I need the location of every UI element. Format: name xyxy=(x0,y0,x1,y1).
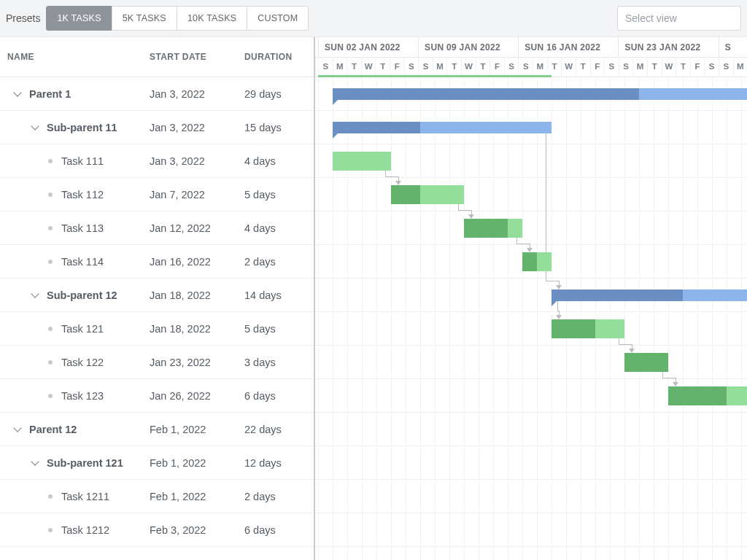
table-row[interactable]: Task 114Jan 16, 20222 days xyxy=(0,245,314,279)
task-duration: 6 days xyxy=(244,390,314,402)
task-duration: 4 days xyxy=(244,222,314,234)
chevron-down-icon[interactable] xyxy=(31,290,41,300)
task-duration: 5 days xyxy=(244,323,314,335)
task-bar[interactable] xyxy=(333,152,391,171)
chevron-down-icon[interactable] xyxy=(13,424,23,435)
task-name: Parent 12 xyxy=(29,424,77,435)
grid-header: NAME START DATE DURATION xyxy=(0,37,314,77)
task-start-date: Jan 18, 2022 xyxy=(150,323,244,335)
task-bar-progress xyxy=(391,185,420,204)
summary-bar-progress xyxy=(551,289,683,301)
col-start-header[interactable]: START DATE xyxy=(150,52,244,62)
task-start-date: Jan 16, 2022 xyxy=(150,256,244,268)
task-start-date: Jan 12, 2022 xyxy=(150,222,244,234)
timeline-day-header: F xyxy=(390,58,404,77)
timeline-day-header: T xyxy=(476,58,490,77)
timeline-week-header[interactable]: SUN 02 JAN 2022 xyxy=(318,37,418,57)
bullet-icon xyxy=(48,159,53,163)
timeline-day-header: M xyxy=(632,58,647,77)
task-duration: 4 days xyxy=(244,155,314,167)
timeline-day-header: F xyxy=(590,58,605,77)
timeline-day-header: F xyxy=(690,58,705,77)
task-name: Parent 1 xyxy=(29,88,71,100)
task-bar-progress xyxy=(551,319,595,338)
task-name: Task 121 xyxy=(61,323,104,335)
task-name: Task 1211 xyxy=(61,491,109,502)
task-name: Task 114 xyxy=(61,256,104,268)
task-name: Task 1212 xyxy=(61,524,109,536)
task-start-date: Feb 1, 2022 xyxy=(150,457,244,469)
task-name: Task 112 xyxy=(61,189,104,201)
bullet-icon xyxy=(48,360,53,365)
table-row[interactable]: Parent 1Jan 3, 202229 days xyxy=(0,77,314,111)
table-row[interactable]: Task 111Jan 3, 20224 days xyxy=(0,144,314,178)
task-start-date: Jan 3, 2022 xyxy=(150,155,244,167)
chevron-down-icon[interactable] xyxy=(31,458,41,468)
timeline-week-header[interactable]: S xyxy=(719,37,747,57)
timeline-body xyxy=(315,77,747,560)
col-name-header[interactable]: NAME xyxy=(0,52,150,62)
timeline-day-header: S xyxy=(504,58,519,77)
select-view-placeholder: Select view xyxy=(625,12,677,24)
col-dur-header[interactable]: DURATION xyxy=(244,52,314,62)
task-duration: 29 days xyxy=(244,88,314,100)
timeline-week-header[interactable]: SUN 16 JAN 2022 xyxy=(518,37,618,57)
timeline-day-header: T xyxy=(375,58,390,77)
timeline-day-header: S xyxy=(518,58,533,77)
summary-bar-progress xyxy=(333,88,639,100)
table-row[interactable]: Task 121Jan 18, 20225 days xyxy=(0,312,314,346)
task-duration: 14 days xyxy=(244,289,314,301)
table-row[interactable]: Task 123Jan 26, 20226 days xyxy=(0,379,314,413)
table-row[interactable]: Parent 12Feb 1, 202222 days xyxy=(0,413,314,446)
table-row[interactable]: Sub-parent 11Jan 3, 202215 days xyxy=(0,111,314,144)
task-duration: 5 days xyxy=(244,189,314,201)
task-duration: 6 days xyxy=(244,524,314,536)
timeline-day-header: T xyxy=(647,58,662,77)
timeline-day-header: M xyxy=(333,58,347,77)
table-row[interactable]: Task 113Jan 12, 20224 days xyxy=(0,211,314,245)
table-row[interactable]: Task 1212Feb 3, 20226 days xyxy=(0,513,314,547)
timeline-day-header: W xyxy=(561,58,576,77)
preset-1k-button[interactable]: 1K TASKS xyxy=(46,6,112,31)
select-view-dropdown[interactable]: Select view xyxy=(617,6,741,31)
task-bar-progress xyxy=(464,219,508,238)
table-row[interactable]: Task 122Jan 23, 20223 days xyxy=(0,346,314,379)
bullet-icon xyxy=(48,494,53,499)
timeline-day-header: S xyxy=(604,58,619,77)
task-start-date: Feb 1, 2022 xyxy=(150,424,244,435)
timeline-day-header: T xyxy=(547,58,562,77)
bullet-icon xyxy=(48,394,53,398)
task-name: Sub-parent 12 xyxy=(47,289,117,301)
task-start-date: Feb 1, 2022 xyxy=(150,491,244,502)
presets-label: Presets xyxy=(6,12,40,24)
grid-body: Parent 1Jan 3, 202229 daysSub-parent 11J… xyxy=(0,77,314,560)
task-start-date: Jan 18, 2022 xyxy=(150,289,244,301)
table-row[interactable]: Task 112Jan 7, 20225 days xyxy=(0,178,314,211)
task-grid: NAME START DATE DURATION Parent 1Jan 3, … xyxy=(0,37,315,560)
timeline-day-header: S xyxy=(704,58,719,77)
preset-5k-button[interactable]: 5K TASKS xyxy=(112,6,177,31)
toolbar: Presets 1K TASKS 5K TASKS 10K TASKS CUST… xyxy=(0,0,747,37)
chevron-down-icon[interactable] xyxy=(13,89,23,99)
bullet-icon xyxy=(48,327,53,331)
task-duration: 15 days xyxy=(244,122,314,133)
timeline-day-header: W xyxy=(461,58,476,77)
timeline-day-header: M xyxy=(433,58,447,77)
table-row[interactable]: Sub-parent 12Jan 18, 202214 days xyxy=(0,279,314,312)
preset-10k-button[interactable]: 10K TASKS xyxy=(177,6,247,31)
timeline-day-header: M xyxy=(533,58,547,77)
timeline-pane[interactable]: SUN 02 JAN 2022SUN 09 JAN 2022SUN 16 JAN… xyxy=(315,37,747,560)
task-name: Sub-parent 11 xyxy=(47,122,117,133)
timeline-day-header: T xyxy=(446,58,461,77)
task-bar-progress xyxy=(522,252,537,271)
task-duration: 22 days xyxy=(244,424,314,435)
chevron-down-icon[interactable] xyxy=(31,122,41,133)
timeline-week-header[interactable]: SUN 09 JAN 2022 xyxy=(418,37,518,57)
bullet-icon xyxy=(48,260,53,264)
bullet-icon xyxy=(48,192,53,197)
timeline-week-header[interactable]: SUN 23 JAN 2022 xyxy=(618,37,718,57)
table-row[interactable]: Task 1211Feb 1, 20222 days xyxy=(0,480,314,513)
preset-custom-button[interactable]: CUSTOM xyxy=(247,6,309,31)
table-row[interactable]: Sub-parent 121Feb 1, 202212 days xyxy=(0,446,314,480)
timeline-day-header: T xyxy=(676,58,690,77)
